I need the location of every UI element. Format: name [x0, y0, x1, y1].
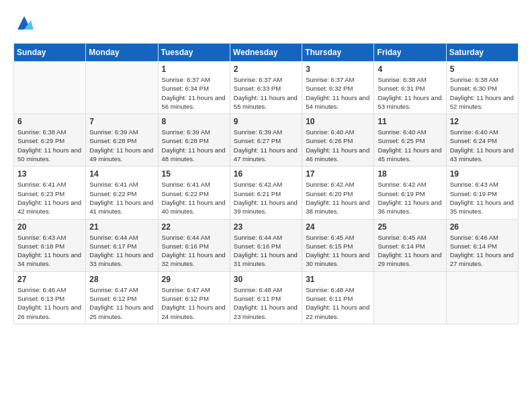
day-number: 15: [162, 169, 226, 179]
calendar-cell: 27Sunrise: 6:46 AM Sunset: 6:13 PM Dayli…: [14, 271, 86, 324]
calendar-cell: 4Sunrise: 6:38 AM Sunset: 6:31 PM Daylig…: [374, 62, 446, 114]
calendar-cell: 8Sunrise: 6:39 AM Sunset: 6:28 PM Daylig…: [158, 114, 230, 167]
day-number: 4: [378, 64, 442, 74]
day-number: 28: [89, 275, 154, 284]
calendar-cell: 22Sunrise: 6:44 AM Sunset: 6:16 PM Dayli…: [158, 219, 230, 271]
day-number: 9: [234, 117, 298, 126]
calendar-week-3: 13Sunrise: 6:41 AM Sunset: 6:23 PM Dayli…: [14, 167, 519, 219]
day-info: Sunrise: 6:44 AM Sunset: 6:16 PM Dayligh…: [234, 233, 298, 269]
day-info: Sunrise: 6:41 AM Sunset: 6:22 PM Dayligh…: [89, 180, 154, 216]
calendar-cell: 13Sunrise: 6:41 AM Sunset: 6:23 PM Dayli…: [14, 167, 86, 219]
day-info: Sunrise: 6:37 AM Sunset: 6:33 PM Dayligh…: [234, 75, 298, 111]
day-number: 13: [17, 169, 82, 179]
day-info: Sunrise: 6:40 AM Sunset: 6:25 PM Dayligh…: [378, 128, 442, 163]
weekday-thursday: Thursday: [302, 44, 374, 62]
day-number: 26: [450, 222, 515, 232]
calendar-cell: 25Sunrise: 6:45 AM Sunset: 6:14 PM Dayli…: [374, 219, 446, 271]
day-info: Sunrise: 6:43 AM Sunset: 6:18 PM Dayligh…: [17, 233, 82, 269]
day-info: Sunrise: 6:44 AM Sunset: 6:16 PM Dayligh…: [162, 233, 226, 269]
calendar-cell: 1Sunrise: 6:37 AM Sunset: 6:34 PM Daylig…: [158, 62, 230, 114]
day-info: Sunrise: 6:41 AM Sunset: 6:23 PM Dayligh…: [17, 180, 82, 216]
day-info: Sunrise: 6:40 AM Sunset: 6:26 PM Dayligh…: [306, 128, 370, 163]
day-number: 19: [450, 169, 515, 179]
day-number: 7: [89, 117, 154, 126]
day-info: Sunrise: 6:48 AM Sunset: 6:11 PM Dayligh…: [234, 285, 298, 321]
day-number: 11: [378, 117, 442, 126]
calendar-cell: 3Sunrise: 6:37 AM Sunset: 6:32 PM Daylig…: [302, 62, 374, 114]
calendar-cell: 14Sunrise: 6:41 AM Sunset: 6:22 PM Dayli…: [86, 167, 158, 219]
calendar-week-2: 6Sunrise: 6:38 AM Sunset: 6:29 PM Daylig…: [14, 114, 519, 167]
calendar-cell: 17Sunrise: 6:42 AM Sunset: 6:20 PM Dayli…: [302, 167, 374, 219]
calendar-cell: 7Sunrise: 6:39 AM Sunset: 6:28 PM Daylig…: [86, 114, 158, 167]
day-number: 14: [89, 169, 154, 179]
calendar-cell: 6Sunrise: 6:38 AM Sunset: 6:29 PM Daylig…: [14, 114, 86, 167]
calendar-cell: 15Sunrise: 6:41 AM Sunset: 6:22 PM Dayli…: [158, 167, 230, 219]
calendar-week-1: 1Sunrise: 6:37 AM Sunset: 6:34 PM Daylig…: [14, 62, 519, 114]
day-info: Sunrise: 6:37 AM Sunset: 6:34 PM Dayligh…: [162, 75, 226, 111]
day-number: 21: [89, 222, 154, 232]
day-number: 20: [17, 222, 82, 232]
day-info: Sunrise: 6:46 AM Sunset: 6:14 PM Dayligh…: [450, 233, 515, 269]
day-info: Sunrise: 6:40 AM Sunset: 6:24 PM Dayligh…: [450, 128, 515, 163]
day-info: Sunrise: 6:38 AM Sunset: 6:30 PM Dayligh…: [450, 75, 515, 111]
calendar-cell: 12Sunrise: 6:40 AM Sunset: 6:24 PM Dayli…: [446, 114, 518, 167]
day-number: 6: [17, 117, 82, 126]
weekday-monday: Monday: [86, 44, 158, 62]
calendar-cell: 10Sunrise: 6:40 AM Sunset: 6:26 PM Dayli…: [302, 114, 374, 167]
calendar-cell: 18Sunrise: 6:42 AM Sunset: 6:19 PM Dayli…: [374, 167, 446, 219]
calendar-cell: [86, 62, 158, 114]
day-info: Sunrise: 6:47 AM Sunset: 6:12 PM Dayligh…: [89, 285, 154, 321]
calendar-cell: 24Sunrise: 6:45 AM Sunset: 6:15 PM Dayli…: [302, 219, 374, 271]
day-number: 8: [162, 117, 226, 126]
day-info: Sunrise: 6:37 AM Sunset: 6:32 PM Dayligh…: [306, 75, 370, 111]
calendar-cell: 19Sunrise: 6:43 AM Sunset: 6:19 PM Dayli…: [446, 167, 518, 219]
day-number: 27: [17, 275, 82, 284]
day-info: Sunrise: 6:38 AM Sunset: 6:29 PM Dayligh…: [17, 128, 82, 163]
day-number: 3: [306, 64, 370, 74]
day-info: Sunrise: 6:39 AM Sunset: 6:27 PM Dayligh…: [234, 128, 298, 163]
day-number: 25: [378, 222, 442, 232]
day-number: 1: [162, 64, 226, 74]
calendar-cell: [374, 271, 446, 324]
calendar-body: 1Sunrise: 6:37 AM Sunset: 6:34 PM Daylig…: [14, 62, 519, 324]
day-number: 5: [450, 64, 515, 74]
calendar-cell: 20Sunrise: 6:43 AM Sunset: 6:18 PM Dayli…: [14, 219, 86, 271]
weekday-saturday: Saturday: [446, 44, 518, 62]
day-info: Sunrise: 6:42 AM Sunset: 6:19 PM Dayligh…: [378, 180, 442, 216]
day-number: 12: [450, 117, 515, 126]
calendar-cell: 11Sunrise: 6:40 AM Sunset: 6:25 PM Dayli…: [374, 114, 446, 167]
weekday-tuesday: Tuesday: [158, 44, 230, 62]
day-info: Sunrise: 6:45 AM Sunset: 6:14 PM Dayligh…: [378, 233, 442, 269]
day-number: 23: [234, 222, 298, 232]
weekday-sunday: Sunday: [14, 44, 86, 62]
calendar-cell: [446, 271, 518, 324]
calendar-week-5: 27Sunrise: 6:46 AM Sunset: 6:13 PM Dayli…: [14, 271, 519, 324]
calendar-cell: 23Sunrise: 6:44 AM Sunset: 6:16 PM Dayli…: [230, 219, 302, 271]
day-info: Sunrise: 6:44 AM Sunset: 6:17 PM Dayligh…: [89, 233, 154, 269]
day-number: 2: [234, 64, 298, 74]
calendar-cell: 2Sunrise: 6:37 AM Sunset: 6:33 PM Daylig…: [230, 62, 302, 114]
day-info: Sunrise: 6:45 AM Sunset: 6:15 PM Dayligh…: [306, 233, 370, 269]
day-number: 18: [378, 169, 442, 179]
day-info: Sunrise: 6:46 AM Sunset: 6:13 PM Dayligh…: [17, 285, 82, 321]
day-number: 17: [306, 169, 370, 179]
day-number: 10: [306, 117, 370, 126]
calendar-table: SundayMondayTuesdayWednesdayThursdayFrid…: [13, 43, 519, 324]
day-number: 29: [162, 275, 226, 284]
calendar-cell: 29Sunrise: 6:47 AM Sunset: 6:12 PM Dayli…: [158, 271, 230, 324]
calendar-cell: 9Sunrise: 6:39 AM Sunset: 6:27 PM Daylig…: [230, 114, 302, 167]
logo-icon: [15, 13, 34, 32]
weekday-header-row: SundayMondayTuesdayWednesdayThursdayFrid…: [14, 44, 519, 62]
calendar-cell: 16Sunrise: 6:42 AM Sunset: 6:21 PM Dayli…: [230, 167, 302, 219]
day-info: Sunrise: 6:38 AM Sunset: 6:31 PM Dayligh…: [378, 75, 442, 111]
calendar-cell: 21Sunrise: 6:44 AM Sunset: 6:17 PM Dayli…: [86, 219, 158, 271]
calendar-cell: 30Sunrise: 6:48 AM Sunset: 6:11 PM Dayli…: [230, 271, 302, 324]
day-info: Sunrise: 6:47 AM Sunset: 6:12 PM Dayligh…: [162, 285, 226, 321]
day-number: 24: [306, 222, 370, 232]
day-info: Sunrise: 6:39 AM Sunset: 6:28 PM Dayligh…: [89, 128, 154, 163]
logo: [13, 13, 34, 32]
weekday-wednesday: Wednesday: [230, 44, 302, 62]
day-info: Sunrise: 6:42 AM Sunset: 6:21 PM Dayligh…: [234, 180, 298, 216]
page-header: [13, 13, 519, 32]
calendar-week-4: 20Sunrise: 6:43 AM Sunset: 6:18 PM Dayli…: [14, 219, 519, 271]
